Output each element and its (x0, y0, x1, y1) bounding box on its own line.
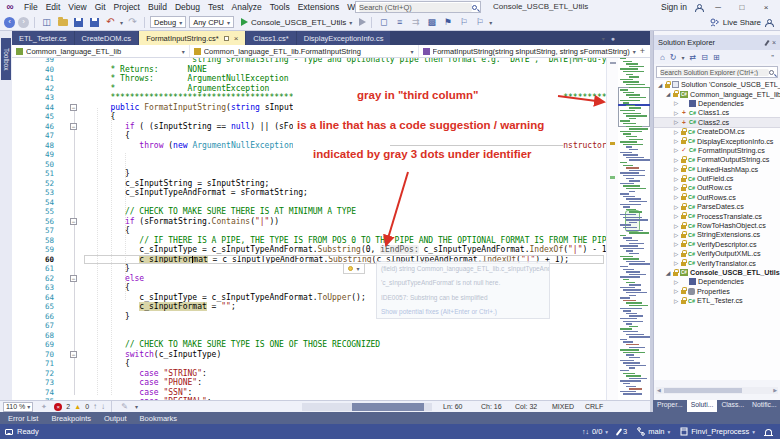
next-issue-icon[interactable]: ↓ (101, 402, 105, 411)
solution-explorer-title-bar[interactable]: Solution Explorer × (654, 35, 780, 50)
code-line-69[interactable]: 69 // CHECK TO MAKE SURE TYPE IS ONE OF … (12, 340, 606, 350)
collapsed-arrow-icon[interactable]: ▷ (673, 204, 679, 210)
tree-item-class1-cs[interactable]: ▷+C#Class1.cs (654, 108, 780, 117)
undo-dropdown-icon[interactable]: ▾ (120, 19, 123, 26)
panel-tab-bookmarks[interactable]: Bookmarks (140, 414, 178, 423)
indent-icon[interactable]: ⇉ (409, 16, 422, 28)
live-share-label[interactable]: Live Share (723, 18, 761, 27)
tool-tab-class[interactable]: Class... (717, 400, 748, 412)
error-count[interactable]: 2 (66, 403, 70, 410)
new-project-icon[interactable]: ◫ (40, 16, 53, 28)
code-line-68[interactable]: 68 (12, 331, 606, 341)
panel-tab-error-list[interactable]: Error List (8, 414, 38, 423)
quick-actions-lightbulb[interactable]: ▾ (343, 263, 365, 274)
tree-item-dependencies[interactable]: ▷Dependencies (654, 277, 780, 286)
close-button[interactable]: × (758, 3, 774, 12)
tree-item-rowtohashobject-cs[interactable]: ▷C#RowToHashObject.cs (654, 221, 780, 230)
collapsed-arrow-icon[interactable]: ▷ (673, 157, 679, 163)
menu-tools[interactable]: Tools (266, 2, 294, 12)
menu-test[interactable]: Test (204, 2, 228, 12)
switch-views-icon[interactable]: ↻ (670, 53, 677, 62)
code-line-54[interactable]: 54 (12, 198, 606, 208)
collapsed-arrow-icon[interactable]: ▷ (673, 241, 679, 247)
tree-item-outrow-cs[interactable]: ▷C#OutRow.cs (654, 183, 780, 192)
collapsed-arrow-icon[interactable]: ▷ (673, 147, 679, 153)
maximize-button[interactable]: □ (734, 3, 750, 12)
column-indicator[interactable]: Col: 32 (515, 403, 537, 410)
collapsed-arrow-icon[interactable]: ▷ (673, 129, 679, 135)
step-commands-icon[interactable]: ≡ (393, 16, 406, 28)
tree-item-stringextensions-cs[interactable]: ▷C#StringExtensions.cs (654, 230, 780, 239)
menu-build[interactable]: Build (144, 2, 171, 12)
collapsed-arrow-icon[interactable]: ▷ (673, 288, 679, 294)
tool-tab-notific[interactable]: Notific... (748, 400, 780, 412)
tree-item-processtranslate-cs[interactable]: ▷C#ProcessTranslate.cs (654, 211, 780, 220)
live-share-icon[interactable] (710, 18, 719, 27)
tool-tab-proper[interactable]: Proper... (653, 400, 687, 412)
code-line-70[interactable]: 70− switch(c_sInputType) (12, 350, 606, 360)
line-indicator[interactable]: Ln: 60 (443, 403, 462, 410)
tree-item-verifyoutputxml-cs[interactable]: ▷C#VerifyOutputXML.cs (654, 249, 780, 258)
code-line-71[interactable]: 71 { (12, 359, 606, 369)
tool-tab-soluti[interactable]: Soluti... (687, 400, 718, 412)
expanded-arrow-icon[interactable]: ◢ (657, 82, 663, 88)
collapsed-arrow-icon[interactable]: ▷ (673, 232, 679, 238)
code-line-74[interactable]: 74 case "SSN": (12, 388, 606, 398)
doc-tab-createdom-cs[interactable]: CreateDOM.cs (75, 31, 139, 45)
solution-explorer-horizontal-scrollbar[interactable]: ◀ ▶ (656, 387, 778, 394)
feedback-chat-icon[interactable] (5, 429, 13, 435)
minimize-button[interactable]: ─ (710, 3, 726, 12)
close-panel-icon[interactable]: × (772, 39, 776, 46)
tree-item-outrows-cs[interactable]: ▷C#OutRows.cs (654, 193, 780, 202)
health-indicator-icon[interactable]: ✦ (37, 401, 50, 413)
expanded-arrow-icon[interactable]: ◢ (665, 270, 671, 276)
code-line-59[interactable]: 59 c_sInputType = c_sInputTypeAndFormat.… (12, 245, 606, 255)
collapse-region-icon[interactable]: − (70, 275, 77, 282)
tab-list-dropdown-icon[interactable]: ▾ (602, 35, 605, 42)
doc-tab-class1-cs-[interactable]: Class1.cs* (246, 31, 295, 45)
tree-item-class2-cs[interactable]: ▷+C#Class2.cs (654, 118, 780, 127)
code-cleanup-dropdown-icon[interactable]: ▾ (135, 403, 138, 410)
comment-icon[interactable]: ▩ (425, 16, 438, 28)
expanded-arrow-icon[interactable]: ◢ (665, 91, 671, 97)
error-icon[interactable]: × (54, 403, 62, 411)
break-all-icon[interactable]: ◻ (377, 16, 390, 28)
solution-platforms-dropdown[interactable]: Any CPU▾ (189, 16, 234, 28)
char-indicator[interactable]: Ch: 16 (481, 403, 502, 410)
doc-tab-displayexceptioninfo-cs[interactable]: DisplayExceptionInfo.cs (297, 31, 391, 45)
code-line-56[interactable]: 56− if (sFormatString.Contains("|")) (12, 217, 606, 227)
tree-item-solution--console-uscb-etl-utils---[interactable]: ◢Solution 'Console_USCB_ETL_Utils' ( (654, 80, 780, 89)
code-line-53[interactable]: 53 c_sInputTypeAndFormat = sFormatString… (12, 188, 606, 198)
collapsed-arrow-icon[interactable]: ▷ (673, 119, 679, 125)
doc-tab-etl-tester-cs[interactable]: ETL_Tester.cs (12, 31, 74, 45)
warning-icon[interactable]: ▲ (74, 403, 81, 410)
undo-icon[interactable]: ↶ (104, 16, 117, 28)
properties-icon[interactable]: ⊞ (713, 53, 720, 62)
scroll-right-icon[interactable]: ▶ (773, 387, 777, 393)
menu-extensions[interactable]: Extensions (294, 2, 344, 12)
eol-indicator[interactable]: CRLF (585, 403, 603, 410)
collapsed-arrow-icon[interactable]: ▷ (673, 260, 679, 266)
bookmark-prev-icon[interactable]: ⚐ (473, 16, 486, 28)
panel-tab-output[interactable]: Output (104, 414, 127, 423)
menu-debug[interactable]: Debug (171, 2, 204, 12)
tree-item-formatoutputstring-cs[interactable]: ▷C#FormatOutputString.cs (654, 155, 780, 164)
code-line-72[interactable]: 72 case "STRING": (12, 369, 606, 379)
notifications-bell-icon[interactable] (765, 429, 772, 435)
panel-tab-breakpoints[interactable]: Breakpoints (51, 414, 91, 423)
collapsed-arrow-icon[interactable]: ▷ (673, 251, 679, 257)
menu-analyze[interactable]: Analyze (228, 2, 266, 12)
collapsed-arrow-icon[interactable]: ▷ (673, 223, 679, 229)
tree-item-common-language-etl-lib[interactable]: ◢C#Common_language_ETL_lib (654, 89, 780, 98)
doc-tab-formatinputstring-cs-[interactable]: FormatInputString.cs*× (139, 31, 245, 45)
menu-edit[interactable]: Edit (42, 2, 65, 12)
collapsed-arrow-icon[interactable]: ▷ (673, 194, 679, 200)
code-cleanup-icon[interactable]: ✎ (118, 401, 131, 413)
horizontal-scrollbar[interactable] (302, 403, 432, 411)
sync-counter[interactable]: ↑↓ 0/0 ▾ (582, 427, 608, 436)
close-tab-icon[interactable]: × (234, 34, 239, 43)
tree-item-formatinputstring-cs[interactable]: ▷✓C#FormatInputString.cs (654, 146, 780, 155)
open-file-icon[interactable] (56, 16, 69, 28)
minimap[interactable] (618, 58, 650, 400)
collapsed-arrow-icon[interactable]: ▷ (673, 100, 679, 106)
